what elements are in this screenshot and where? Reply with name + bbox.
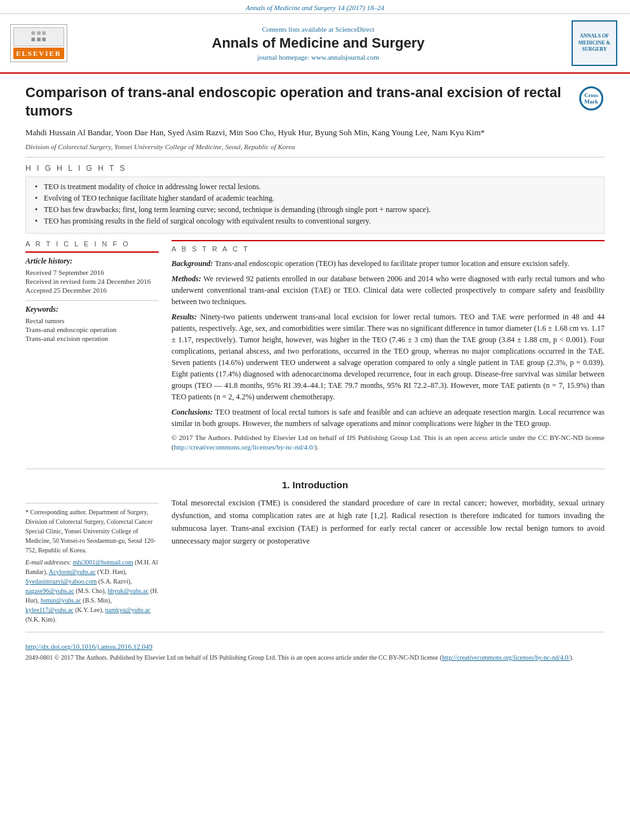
email-link-4[interactable]: nagase96@yuhs.ac	[25, 587, 74, 594]
paper-title: Comparison of trans-anal endoscopic oper…	[25, 84, 605, 120]
abstract-background: Background: Trans-anal endoscopic operat…	[171, 258, 605, 269]
methods-label: Methods:	[171, 274, 201, 283]
license-link[interactable]: http://creativecommons.org/licenses/by-n…	[174, 443, 315, 451]
elsevier-wordmark: ELSEVIER	[13, 48, 64, 59]
footer-issn-text: 2049-0801 © 2017 The Authors. Published …	[25, 654, 573, 661]
copyright-text-content: © 2017 The Authors. Published by Elsevie…	[171, 434, 605, 451]
footer-bar: http://dx.doi.org/10.1016/j.amsu.2016.12…	[25, 632, 605, 663]
article-history: Article history: Received 7 September 20…	[25, 251, 159, 294]
journal-logo-right: ANNALS OF MEDICINE & SURGERY	[569, 20, 620, 66]
results-label: Results:	[171, 312, 197, 321]
homepage-link-text[interactable]: www.annalsjournal.com	[311, 53, 379, 61]
abstract-copyright: © 2017 The Authors. Published by Elsevie…	[171, 433, 605, 453]
article-info-header: A R T I C L E I N F O	[25, 240, 159, 248]
received-date: Received 7 September 2016	[25, 269, 159, 276]
footnote-section: * Corresponding author. Department of Su…	[25, 503, 159, 624]
crossmark-icon: CrossMark	[579, 86, 603, 110]
list-item: TEO is treatment modality of choice in a…	[35, 182, 595, 192]
abstract-methods: Methods: We reviewed 92 patients enrolle…	[171, 273, 605, 307]
elsevier-logo: ▦ ▦ ▦ ▦ ▦ ▦ ELSEVIER	[10, 24, 67, 62]
results-text: Ninety-two patients underwent trans-anal…	[171, 312, 605, 401]
highlights-header: H I G H L I G H T S	[25, 164, 605, 173]
conclusions-label: Conclusions:	[171, 408, 213, 417]
doi-link[interactable]: http://dx.doi.org/10.1016/j.amsu.2016.12…	[25, 641, 605, 653]
email-link-3[interactable]: Syedasimrazvi@yahoo.com	[25, 578, 97, 585]
article-info-column: A R T I C L E I N F O Article history: R…	[25, 240, 159, 457]
revised-date: Received in revised form 24 December 201…	[25, 277, 159, 285]
keyword-3: Trans-anal excision operation	[25, 335, 159, 342]
email-link-5[interactable]: hhyuk@yuhs.ac	[107, 587, 148, 594]
email-link-6[interactable]: bsmin@yuhs.ac	[41, 597, 81, 604]
accepted-date: Accepted 25 December 2016	[25, 286, 159, 294]
two-column-section: A R T I C L E I N F O Article history: R…	[25, 240, 605, 457]
background-label: Background:	[171, 259, 213, 268]
highlights-box: TEO is treatment modality of choice in a…	[25, 177, 605, 234]
list-item: Evolving of TEO technique facilitate hig…	[35, 194, 595, 203]
top-citation-bar: Annals of Medicine and Surgery 14 (2017)…	[0, 0, 630, 14]
email-link-7[interactable]: kylee117@yuhs.ac	[25, 606, 74, 613]
background-text: Trans-anal endoscopic operation (TEO) ha…	[215, 259, 569, 268]
journal-center-info: Contents lists available at ScienceDirec…	[67, 25, 569, 61]
keyword-1: Rectal tumors	[25, 317, 159, 324]
methods-text: We reviewed 92 patients enrolled in our …	[171, 274, 605, 306]
divider-1	[25, 157, 605, 157]
abstract-results: Results: Ninety-two patients underwent t…	[171, 311, 605, 403]
abstract-text: Background: Trans-anal endoscopic operat…	[171, 258, 605, 453]
main-content: CrossMark Comparison of trans-anal endos…	[0, 74, 630, 673]
conclusions-text: TEO treatment of local rectal tumors is …	[171, 408, 605, 428]
citation-text: Annals of Medicine and Surgery 14 (2017)…	[246, 4, 384, 11]
intro-two-column: * Corresponding author. Department of Su…	[25, 497, 605, 624]
email-link-8[interactable]: namkyu@yuhs.ac	[105, 606, 151, 613]
sciencedirect-link-text[interactable]: ScienceDirect	[335, 25, 375, 33]
email-link-2[interactable]: Acyloon@yuhs.ac	[49, 568, 96, 575]
history-title: Article history:	[25, 257, 159, 266]
journal-title: Annals of Medicine and Surgery	[67, 35, 569, 51]
keywords-section: Keywords: Rectal tumors Trans-anal endos…	[25, 300, 159, 342]
intro-right-text: Total mesorectal excision (TME) is consi…	[171, 497, 605, 624]
corresponding-author: * Corresponding author. Department of Su…	[25, 507, 159, 555]
journal-logo-text: ANNALS OF MEDICINE & SURGERY	[573, 33, 616, 53]
authors: Mahdi Hussain Al Bandar, Yoon Dae Han, S…	[25, 126, 605, 139]
title-area: CrossMark Comparison of trans-anal endos…	[25, 84, 605, 120]
intro-left-footnotes: * Corresponding author. Department of Su…	[25, 497, 159, 624]
email-label: E-mail addresses:	[25, 559, 71, 566]
list-item: TEO has promising results in the field o…	[35, 217, 595, 226]
emails-text: mhi3001@hotmail.com (M.H. Al Bandar), Ac…	[25, 559, 159, 623]
abstract-header: A B S T R A C T	[171, 240, 605, 253]
sciencedirect-label: Contents lists available at ScienceDirec…	[67, 25, 569, 33]
abstract-conclusions: Conclusions: TEO treatment of local rect…	[171, 406, 605, 429]
highlights-list: TEO is treatment modality of choice in a…	[35, 182, 595, 226]
crossmark-badge: CrossMark	[579, 86, 605, 112]
introduction-title: 1. Introduction	[25, 479, 605, 490]
abstract-column: A B S T R A C T Background: Trans-anal e…	[171, 240, 605, 457]
journal-logo-box: ANNALS OF MEDICINE & SURGERY	[572, 20, 617, 66]
affiliation: Division of Colorectal Surgery, Yonsei U…	[25, 143, 605, 150]
introduction-text: Total mesorectal excision (TME) is consi…	[171, 497, 605, 547]
homepage-label: journal homepage: www.annalsjournal.com	[67, 53, 569, 61]
keywords-title: Keywords:	[25, 305, 159, 314]
journal-header: ▦ ▦ ▦ ▦ ▦ ▦ ELSEVIER Contents lists avai…	[0, 14, 630, 74]
footer-license-link[interactable]: http://creativecommons.org/licenses/by-n…	[442, 654, 570, 661]
introduction-section: 1. Introduction * Corresponding author. …	[25, 469, 605, 624]
keyword-2: Trans-anal endoscopic operation	[25, 326, 159, 333]
email-addresses: E-mail addresses: mhi3001@hotmail.com (M…	[25, 557, 159, 624]
email-link-1[interactable]: mhi3001@hotmail.com	[73, 559, 133, 566]
list-item: TEO has few drawbacks; first, long term …	[35, 205, 595, 215]
